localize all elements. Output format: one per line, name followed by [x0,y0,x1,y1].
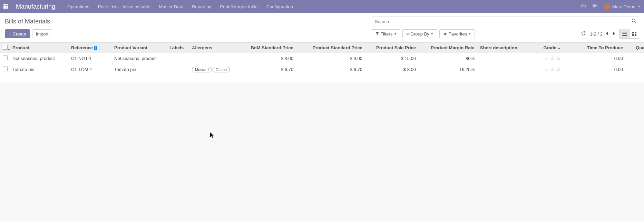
col-ttp[interactable]: Time To Produce [564,43,626,53]
svg-rect-17 [632,32,634,33]
menu-operations[interactable]: Operations [67,4,89,9]
cell-variant: Tomato pie [111,64,167,75]
cell-sale: $ 15.00 [365,53,419,64]
cell-grade: ☆☆☆ [533,64,564,75]
favorites-button[interactable]: ★ Favorites ▼ [439,29,475,38]
cell-ttp: 0.00 [564,64,626,75]
cell-allergens: MustardGluten [189,64,239,75]
pager-prev[interactable] [606,31,609,37]
groupby-button[interactable]: ≡ Group By ▼ [402,29,437,38]
cell-bom-std: $ 6.70 [239,64,296,75]
avatar [604,3,610,10]
apps-icon[interactable] [3,4,9,9]
star-icon[interactable]: ☆ [556,55,561,62]
col-grade[interactable]: Grade▲ [533,43,564,53]
caret-down-icon: ▼ [431,32,433,36]
chat-icon[interactable] [592,4,598,10]
col-qty[interactable]: Quantity [626,43,644,53]
menu-reporting[interactable]: Reporting [192,4,211,9]
svg-rect-4 [5,6,7,7]
cell-labels [167,53,189,64]
right-controls: 1-2 / 2 [581,29,639,39]
view-kanban-button[interactable] [629,29,639,38]
allergen-tag[interactable]: Mustard [192,67,212,72]
menu-price-lists[interactable]: Price Lists - Inline editable [98,4,150,9]
navbar-right: Marc Demo ▼ [581,3,641,10]
col-allergens[interactable]: Allergens [189,43,239,53]
star-icon: ★ [443,31,447,37]
col-reference[interactable]: Referencei [68,43,111,53]
svg-rect-6 [3,7,5,9]
funnel-icon [375,31,379,37]
app-brand[interactable]: Manufacturing [16,3,55,10]
cell-grade: ☆☆☆ [533,53,564,64]
pager-next[interactable] [612,31,615,37]
caret-down-icon: ▼ [637,5,641,8]
cell-reference: C1-NOT-1 [68,53,111,64]
create-button[interactable]: + Create [5,29,30,38]
user-menu[interactable]: Marc Demo ▼ [604,3,641,10]
favorites-label: Favorites [449,31,467,37]
col-sale[interactable]: Product Sale Price [365,43,419,53]
refresh-icon[interactable] [581,31,586,37]
view-switch [619,29,639,39]
grade-stars[interactable]: ☆☆☆ [535,66,561,73]
svg-rect-15 [622,35,623,36]
col-short-desc[interactable]: Short description [477,43,533,53]
svg-rect-0 [3,4,5,5]
svg-point-10 [632,19,635,22]
table-row[interactable]: Tomato pieC1-TOM-1Tomato pieMustardGlute… [0,64,644,75]
caret-down-icon: ▼ [394,32,397,36]
cell-ttp: 0.00 [564,53,626,64]
row-checkbox[interactable] [3,56,8,60]
cell-prod-std: $ 3.00 [296,53,365,64]
clock-icon[interactable] [581,3,586,10]
col-bom-std[interactable]: BoM Standard Price [239,43,296,53]
col-prod-std[interactable]: Product Standard Price [296,43,365,53]
cell-short-desc [477,53,533,64]
svg-rect-7 [5,7,7,9]
star-icon[interactable]: ☆ [556,66,561,73]
view-list-button[interactable] [619,29,629,38]
menu-print-allergen[interactable]: Print Allergen table [220,4,258,9]
cell-margin: 80% [419,53,477,64]
col-margin[interactable]: Product Margin Rate [419,43,477,53]
row-checkbox[interactable] [3,67,8,71]
grade-stars[interactable]: ☆☆☆ [535,55,561,62]
col-variant[interactable]: Product Variant [111,43,167,53]
star-icon[interactable]: ☆ [550,66,555,73]
svg-rect-19 [632,34,634,36]
col-grade-label: Grade [544,45,557,50]
caret-down-icon: ▼ [468,32,471,36]
search-input[interactable] [372,17,639,26]
select-all-checkbox[interactable] [3,45,8,50]
col-labels[interactable]: Labels [167,43,189,53]
import-button[interactable]: Import [32,29,52,38]
filters-button[interactable]: Filters ▼ [372,29,400,38]
cell-reference: C1-TOM-1 [68,64,111,75]
cell-short-desc [477,64,533,75]
info-badge[interactable]: i [94,46,97,50]
allergen-tag[interactable]: Gluten [213,67,230,72]
menu-master-data[interactable]: Master Data [159,4,183,9]
svg-rect-18 [635,32,636,33]
col-product[interactable]: Product [10,43,68,53]
star-icon[interactable]: ☆ [544,55,548,62]
left-actions: + Create Import [5,29,52,38]
svg-rect-8 [7,7,8,9]
cell-prod-std: $ 6.70 [296,64,365,75]
cell-product: Tomato pie [10,64,68,75]
menu-configuration[interactable]: Configuration [266,4,293,9]
svg-rect-13 [622,33,623,34]
cell-qty: 1.00 [626,53,644,64]
cell-product: Not seasonal product [10,53,68,64]
cell-margin: 16.25% [419,64,477,75]
svg-rect-16 [623,35,627,36]
star-icon[interactable]: ☆ [550,55,555,62]
groupby-label: Group By [410,31,429,37]
svg-rect-20 [635,34,636,36]
star-icon[interactable]: ☆ [544,66,548,73]
table-row[interactable]: Not seasonal productC1-NOT-1Not seasonal… [0,53,644,64]
search-icon[interactable] [632,19,636,24]
filters-label: Filters [380,31,392,37]
